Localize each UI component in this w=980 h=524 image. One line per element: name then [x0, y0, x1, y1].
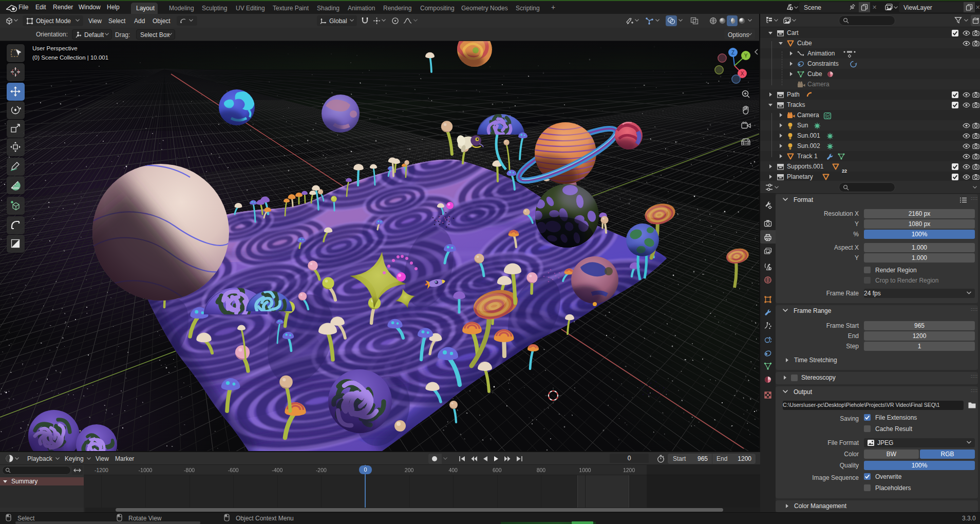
svg-text:Y: Y — [744, 53, 748, 59]
svg-text:TCH: TCH — [825, 117, 830, 119]
svg-text:Z: Z — [731, 50, 734, 55]
svg-text:X: X — [741, 71, 744, 77]
